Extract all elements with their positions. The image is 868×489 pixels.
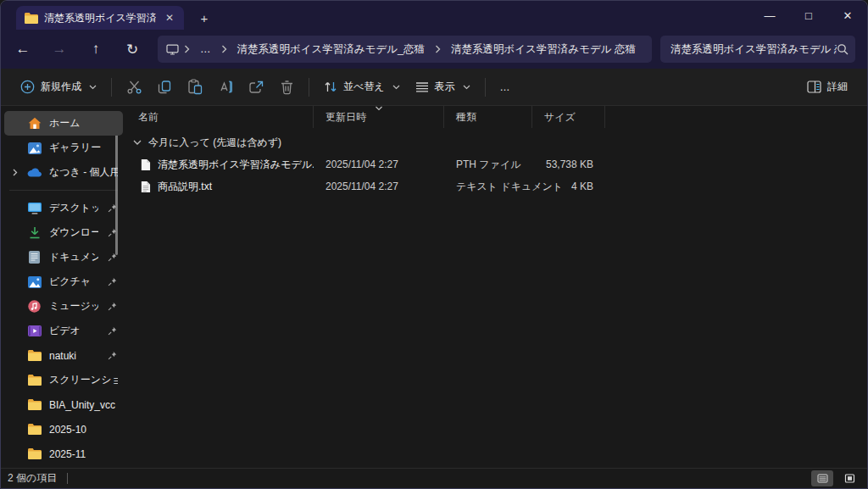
column-header-type[interactable]: 種類 [444, 106, 532, 128]
up-button[interactable]: ↑ [81, 35, 110, 64]
view-lines-icon [415, 81, 429, 93]
chevron-right-icon[interactable] [11, 169, 19, 176]
new-button-label: 新規作成 [41, 80, 81, 94]
sidebar-item-natuki[interactable]: natuki [4, 343, 123, 368]
sidebar-item-label: ギャラリー [49, 141, 118, 155]
sidebar-item-label: ピクチャ [49, 275, 98, 289]
chevron-down-icon[interactable] [133, 140, 142, 146]
sidebar-item-bia-unity-vcc[interactable]: BIA_Unity_vcc [4, 392, 123, 417]
close-button[interactable]: ✕ [828, 1, 867, 30]
table-row[interactable]: 清楚系透明ボイス学習済みモデル.pth 2025/11/04 2:27 PTH … [126, 153, 867, 175]
pin-icon [106, 203, 118, 213]
more-options-button[interactable]: … [492, 74, 518, 101]
item-count: 2 個の項目 [8, 471, 57, 486]
view-button[interactable]: 表示 [408, 74, 478, 101]
sidebar-item-2025-10[interactable]: 2025-10 [4, 417, 123, 442]
forward-button[interactable]: → [45, 35, 74, 64]
file-list: 名前 更新日時 種類 サイズ 今月に入って (先週は含めず) 清楚系透明ボイス学… [126, 106, 867, 468]
breadcrumb-parent-folder[interactable]: 清楚系透明ボイス学習済みモデル_恋猫 [232, 40, 431, 59]
sidebar-item-screenshots[interactable]: スクリーンショット [4, 368, 123, 392]
large-icons-view-button[interactable] [838, 470, 860, 486]
details-view-button[interactable] [811, 470, 833, 486]
window-controls: — □ ✕ [750, 1, 867, 30]
sidebar-item-label: ビデオ [49, 324, 98, 338]
sidebar-item-gallery[interactable]: ギャラリー [4, 136, 123, 160]
pin-icon [106, 253, 118, 262]
view-button-label: 表示 [435, 80, 455, 94]
delete-button[interactable] [271, 74, 302, 101]
sidebar-item-downloads[interactable]: ダウンロード [4, 220, 123, 245]
group-header-label: 今月に入って (先週は含めず) [148, 136, 281, 150]
cut-button[interactable] [119, 74, 149, 101]
sidebar-item-label: スクリーンショット [49, 373, 118, 387]
address-bar[interactable]: … 清楚系透明ボイス学習済みモデル_恋猫 清楚系透明ボイス学習済みモデル 恋猫 [158, 36, 652, 63]
column-header-name[interactable]: 名前 [126, 106, 314, 128]
downloads-icon [27, 226, 42, 239]
new-tab-button[interactable]: + [194, 8, 214, 28]
folder-icon [27, 424, 42, 435]
file-type: テキスト ドキュメント [444, 180, 532, 194]
file-name: 商品説明.txt [158, 180, 212, 194]
sidebar-item-label: デスクトップ [49, 201, 98, 215]
folder-icon [27, 399, 42, 410]
column-headers: 名前 更新日時 種類 サイズ [126, 106, 867, 128]
sidebar-item-videos[interactable]: ビデオ [4, 319, 123, 343]
paste-button[interactable] [180, 74, 210, 101]
chevron-right-icon [220, 45, 229, 53]
sidebar-item-home[interactable]: ホーム [4, 111, 123, 136]
sidebar-item-label: 2025-10 [49, 424, 118, 436]
details-pane-label: 詳細 [827, 80, 848, 94]
copy-button[interactable] [149, 74, 180, 101]
folder-icon [25, 13, 38, 24]
this-pc-icon[interactable] [166, 44, 179, 55]
new-button[interactable]: 新規作成 [13, 74, 104, 101]
tab-close-icon[interactable]: ✕ [162, 10, 177, 25]
share-button[interactable] [241, 74, 271, 101]
status-divider [67, 473, 68, 484]
maximize-button[interactable]: □ [789, 1, 828, 30]
sidebar-item-2025-11[interactable]: 2025-11 [4, 442, 123, 466]
sidebar-item-pictures[interactable]: ピクチャ [4, 270, 123, 294]
search-input[interactable] [670, 43, 837, 55]
desktop-icon [27, 203, 42, 214]
videos-icon [27, 325, 42, 336]
documents-icon [27, 251, 42, 264]
gallery-icon [27, 142, 42, 154]
explorer-tab[interactable]: 清楚系透明ボイス学習済みモデル ✕ [16, 6, 184, 30]
breadcrumb-current-folder[interactable]: 清楚系透明ボイス学習済みモデル 恋猫 [446, 40, 641, 59]
pin-icon [106, 228, 118, 237]
rename-button[interactable] [210, 74, 241, 101]
command-toolbar: 新規作成 並べ替え 表示 [1, 69, 867, 106]
back-button[interactable]: ← [8, 35, 37, 64]
refresh-button[interactable]: ↻ [118, 35, 147, 64]
file-type: PTH ファイル [444, 158, 532, 172]
search-box[interactable] [660, 36, 855, 63]
pin-icon [106, 302, 118, 311]
minimize-button[interactable]: — [750, 1, 789, 30]
sidebar-item-label: natuki [49, 350, 98, 362]
chevron-down-icon [89, 85, 97, 90]
table-row[interactable]: 商品説明.txt 2025/11/04 2:27 テキスト ドキュメント 4 K… [126, 175, 867, 197]
chevron-down-icon [463, 85, 470, 90]
column-label: 更新日時 [326, 110, 366, 125]
column-header-modified[interactable]: 更新日時 [314, 106, 444, 128]
column-header-size[interactable]: サイズ [532, 106, 605, 128]
sort-button-label: 並べ替え [343, 80, 385, 94]
status-bar: 2 個の項目 [1, 468, 867, 488]
onedrive-cloud-icon [27, 168, 42, 177]
breadcrumb-ellipsis[interactable]: … [195, 41, 216, 58]
pin-icon [106, 351, 118, 360]
sidebar-item-onedrive[interactable]: なつき - 個人用 [4, 160, 123, 185]
sidebar-item-label: ドキュメント [49, 250, 98, 264]
search-icon[interactable] [837, 43, 849, 55]
sidebar-item-label: ミュージック [49, 299, 98, 314]
sidebar-item-music[interactable]: ミュージック [4, 294, 123, 319]
sort-button[interactable]: 並べ替え [316, 74, 408, 101]
tab-title: 清楚系透明ボイス学習済みモデル [44, 11, 156, 25]
group-header[interactable]: 今月に入って (先週は含めず) [126, 131, 867, 153]
details-pane-button[interactable]: 詳細 [799, 74, 855, 101]
toolbar-divider [309, 78, 309, 97]
sidebar-item-desktop[interactable]: デスクトップ [4, 196, 123, 220]
sidebar-item-documents[interactable]: ドキュメント [4, 245, 123, 270]
toolbar-divider [485, 78, 486, 97]
